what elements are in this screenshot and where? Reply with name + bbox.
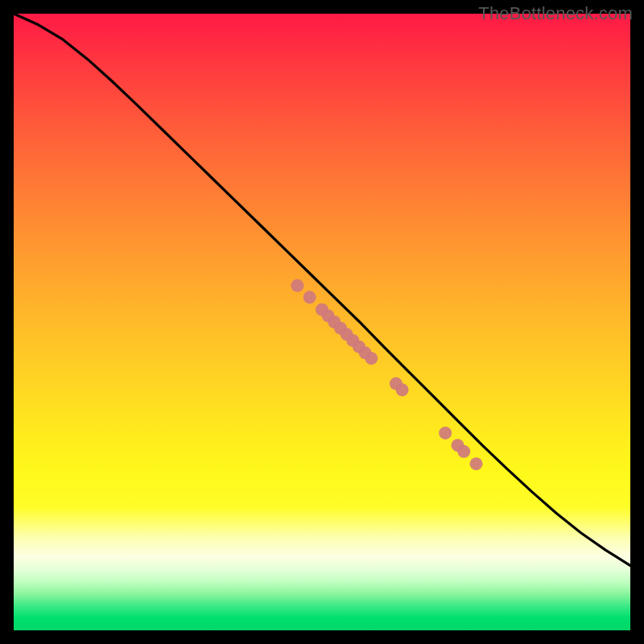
data-point	[396, 383, 409, 396]
data-point	[291, 279, 303, 292]
plot-area	[14, 14, 630, 630]
chart-svg	[14, 14, 630, 630]
data-markers	[291, 279, 482, 470]
chart-frame: TheBottleneck.com	[0, 0, 644, 644]
data-point	[303, 291, 316, 303]
data-point	[365, 352, 378, 365]
data-curve	[14, 14, 630, 566]
data-point	[439, 427, 452, 440]
data-point	[457, 445, 470, 458]
data-point	[470, 457, 483, 470]
watermark-text: TheBottleneck.com	[478, 3, 633, 24]
